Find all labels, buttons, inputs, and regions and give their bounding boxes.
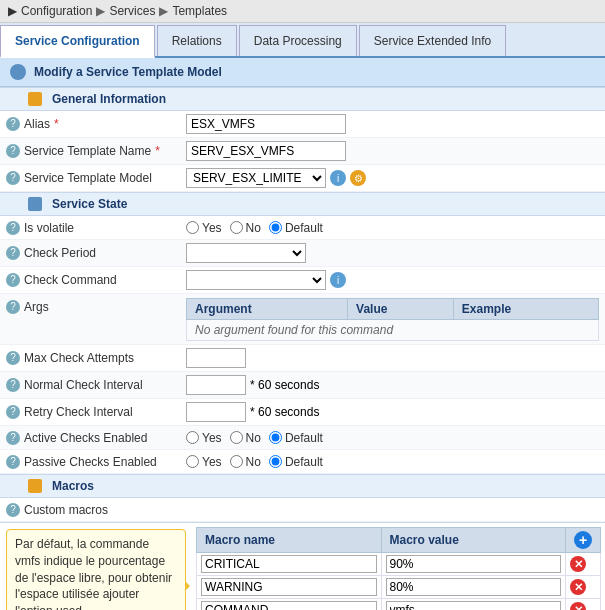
passive-no-radio[interactable] <box>230 455 243 468</box>
template-model-settings-icon[interactable]: ⚙ <box>350 170 366 186</box>
macro-name-input[interactable] <box>201 578 377 596</box>
retry-interval-help-icon[interactable]: ? <box>6 405 20 419</box>
service-state-title: Service State <box>52 197 127 211</box>
retry-interval-suffix: * 60 seconds <box>250 405 319 419</box>
passive-default-option[interactable]: Default <box>269 455 323 469</box>
args-col-example: Example <box>453 299 598 320</box>
check-command-select[interactable] <box>186 270 326 290</box>
template-model-label: ? Service Template Model <box>6 171 186 185</box>
args-table: Argument Value Example No argument found… <box>186 298 599 341</box>
volatile-no-radio[interactable] <box>230 221 243 234</box>
volatile-default-option[interactable]: Default <box>269 221 323 235</box>
args-label: ? Args <box>6 298 186 314</box>
page-body: Modify a Service Template Model General … <box>0 58 605 610</box>
macro-value-input[interactable] <box>386 601 562 610</box>
args-help-icon[interactable]: ? <box>6 300 20 314</box>
volatile-default-radio[interactable] <box>269 221 282 234</box>
breadcrumb-config[interactable]: Configuration <box>21 4 92 18</box>
passive-checks-help-icon[interactable]: ? <box>6 455 20 469</box>
passive-default-radio[interactable] <box>269 455 282 468</box>
active-checks-label: ? Active Checks Enabled <box>6 431 186 445</box>
max-check-input[interactable] <box>186 348 246 368</box>
check-period-help-icon[interactable]: ? <box>6 246 20 260</box>
tab-relations[interactable]: Relations <box>157 25 237 56</box>
page-header: Modify a Service Template Model <box>0 58 605 87</box>
check-period-select[interactable] <box>186 243 306 263</box>
breadcrumb-templates[interactable]: Templates <box>172 4 227 18</box>
retry-interval-row: ? Retry Check Interval * 60 seconds <box>0 399 605 426</box>
normal-interval-help-icon[interactable]: ? <box>6 378 20 392</box>
check-command-control: i <box>186 270 599 290</box>
template-name-help-icon[interactable]: ? <box>6 144 20 158</box>
service-state-section: Service State <box>0 192 605 216</box>
tab-service-extended-info[interactable]: Service Extended Info <box>359 25 506 56</box>
normal-interval-row: ? Normal Check Interval * 60 seconds <box>0 372 605 399</box>
active-checks-help-icon[interactable]: ? <box>6 431 20 445</box>
template-model-select[interactable]: SERV_ESX_LIMITE <box>186 168 326 188</box>
macro-row: ✕ <box>197 553 601 576</box>
alias-input[interactable] <box>186 114 346 134</box>
volatile-no-option[interactable]: No <box>230 221 261 235</box>
alias-row: ? Alias * <box>0 111 605 138</box>
volatile-yes-option[interactable]: Yes <box>186 221 222 235</box>
alias-label: ? Alias * <box>6 117 186 131</box>
active-default-radio[interactable] <box>269 431 282 444</box>
volatile-yes-radio[interactable] <box>186 221 199 234</box>
delete-macro-button[interactable]: ✕ <box>570 602 586 610</box>
passive-yes-option[interactable]: Yes <box>186 455 222 469</box>
template-model-help-icon[interactable]: ? <box>6 171 20 185</box>
template-model-row: ? Service Template Model SERV_ESX_LIMITE… <box>0 165 605 192</box>
normal-interval-input[interactable] <box>186 375 246 395</box>
add-macro-button[interactable]: + <box>574 531 592 549</box>
macro-row: ✕ <box>197 599 601 611</box>
passive-checks-label: ? Passive Checks Enabled <box>6 455 186 469</box>
macros-title: Macros <box>52 479 94 493</box>
general-info-title: General Information <box>52 92 166 106</box>
macro-name-input[interactable] <box>201 555 377 573</box>
alias-help-icon[interactable]: ? <box>6 117 20 131</box>
active-no-radio[interactable] <box>230 431 243 444</box>
delete-macro-button[interactable]: ✕ <box>570 579 586 595</box>
template-model-info-icon[interactable]: i <box>330 170 346 186</box>
max-check-help-icon[interactable]: ? <box>6 351 20 365</box>
macro-value-input[interactable] <box>386 578 562 596</box>
macro-table-header: Macro name Macro value + <box>197 528 601 553</box>
args-no-data-row: No argument found for this command <box>187 320 599 341</box>
volatile-help-icon[interactable]: ? <box>6 221 20 235</box>
active-default-option[interactable]: Default <box>269 431 323 445</box>
passive-no-option[interactable]: No <box>230 455 261 469</box>
template-model-control: SERV_ESX_LIMITE i ⚙ <box>186 168 599 188</box>
retry-interval-input[interactable] <box>186 402 246 422</box>
tab-data-processing[interactable]: Data Processing <box>239 25 357 56</box>
breadcrumb-services[interactable]: Services <box>109 4 155 18</box>
args-col-value: Value <box>348 299 454 320</box>
active-yes-radio[interactable] <box>186 431 199 444</box>
template-name-input[interactable] <box>186 141 346 161</box>
tab-service-configuration[interactable]: Service Configuration <box>0 25 155 58</box>
passive-checks-row: ? Passive Checks Enabled Yes No Default <box>0 450 605 474</box>
gear-icon <box>10 64 26 80</box>
active-no-option[interactable]: No <box>230 431 261 445</box>
custom-macros-row: ? Custom macros <box>0 498 605 522</box>
passive-yes-radio[interactable] <box>186 455 199 468</box>
general-info-icon <box>28 92 42 106</box>
general-info-section: General Information <box>0 87 605 111</box>
check-command-help-icon[interactable]: ? <box>6 273 20 287</box>
delete-macro-button[interactable]: ✕ <box>570 556 586 572</box>
active-checks-control: Yes No Default <box>186 431 599 445</box>
custom-macros-label: ? Custom macros <box>6 503 186 517</box>
check-command-info-icon[interactable]: i <box>330 272 346 288</box>
active-yes-option[interactable]: Yes <box>186 431 222 445</box>
custom-macros-help-icon[interactable]: ? <box>6 503 20 517</box>
args-no-data-cell: No argument found for this command <box>187 320 599 341</box>
is-volatile-row: ? Is volatile Yes No Default <box>0 216 605 240</box>
macro-row: ✕ <box>197 576 601 599</box>
macro-col-value: Macro value <box>381 528 566 553</box>
check-command-row: ? Check Command i <box>0 267 605 294</box>
service-state-icon <box>28 197 42 211</box>
passive-checks-control: Yes No Default <box>186 455 599 469</box>
macro-value-input[interactable] <box>386 555 562 573</box>
page-title: Modify a Service Template Model <box>34 65 222 79</box>
macros-icon <box>28 479 42 493</box>
macro-name-input[interactable] <box>201 601 377 610</box>
